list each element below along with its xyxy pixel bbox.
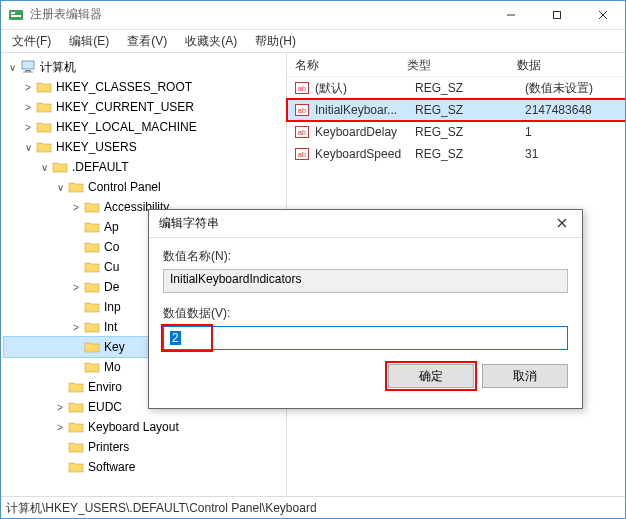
menu-favorites[interactable]: 收藏夹(A): [177, 31, 245, 52]
tree-printers[interactable]: Printers: [4, 437, 286, 457]
value-name: InitialKeyboar...: [313, 103, 407, 117]
folder-icon: [84, 200, 100, 214]
folder-icon: [36, 100, 52, 114]
list-row[interactable]: abKeyboardSpeedREG_SZ31: [287, 143, 626, 165]
expand-toggle[interactable]: >: [52, 422, 68, 433]
string-value-icon: ab: [293, 80, 311, 96]
expand-toggle[interactable]: >: [52, 402, 68, 413]
folder-icon: [68, 180, 84, 194]
folder-icon: [68, 380, 84, 394]
maximize-button[interactable]: [534, 0, 580, 29]
expand-toggle[interactable]: >: [68, 322, 84, 333]
value-data-field[interactable]: 2: [163, 326, 568, 350]
string-value-icon: ab: [293, 124, 311, 140]
expand-toggle[interactable]: ∨: [20, 142, 36, 153]
menu-edit[interactable]: 编辑(E): [61, 31, 117, 52]
expand-toggle[interactable]: >: [68, 282, 84, 293]
tree-label: Key: [104, 340, 131, 354]
status-path: 计算机\HKEY_USERS\.DEFAULT\Control Panel\Ke…: [6, 501, 317, 515]
list-row[interactable]: abKeyboardDelayREG_SZ1: [287, 121, 626, 143]
titlebar: 注册表编辑器: [0, 0, 626, 30]
tree-label: Int: [104, 320, 123, 334]
expand-toggle[interactable]: >: [20, 82, 36, 93]
tree-hkcu[interactable]: >HKEY_CURRENT_USER: [4, 97, 286, 117]
tree-label: Inp: [104, 300, 127, 314]
tree-software[interactable]: Software: [4, 457, 286, 477]
col-name[interactable]: 名称: [287, 53, 399, 76]
tree-label: .DEFAULT: [72, 160, 134, 174]
col-type[interactable]: 类型: [399, 53, 509, 76]
value-type: REG_SZ: [407, 99, 517, 121]
tree-label: Keyboard Layout: [88, 420, 185, 434]
close-button[interactable]: [580, 0, 626, 29]
list-header: 名称 类型 数据: [287, 53, 626, 77]
folder-icon: [20, 60, 36, 74]
expand-toggle[interactable]: >: [68, 202, 84, 213]
value-data-label: 数值数据(V):: [163, 305, 568, 322]
expand-toggle[interactable]: ∨: [52, 182, 68, 193]
value-data: 1: [517, 121, 626, 143]
tree-label: Printers: [88, 440, 135, 454]
folder-icon: [84, 320, 100, 334]
svg-rect-2: [11, 15, 21, 17]
tree-hkcr[interactable]: >HKEY_CLASSES_ROOT: [4, 77, 286, 97]
tree-root-computer[interactable]: ∨计算机: [4, 57, 286, 77]
svg-text:ab: ab: [298, 85, 306, 92]
tree-label: Co: [104, 240, 125, 254]
menu-view[interactable]: 查看(V): [119, 31, 175, 52]
menu-help[interactable]: 帮助(H): [247, 31, 304, 52]
value-data: (数值未设置): [517, 76, 626, 101]
tree-label: HKEY_USERS: [56, 140, 143, 154]
folder-icon: [68, 460, 84, 474]
cancel-button[interactable]: 取消: [482, 364, 568, 388]
col-data[interactable]: 数据: [509, 53, 626, 76]
menu-file[interactable]: 文件(F): [4, 31, 59, 52]
tree-label: Ap: [104, 220, 125, 234]
folder-icon: [68, 400, 84, 414]
ok-button[interactable]: 确定: [388, 364, 474, 388]
expand-toggle[interactable]: >: [20, 122, 36, 133]
folder-icon: [84, 360, 100, 374]
minimize-button[interactable]: [488, 0, 534, 29]
svg-rect-7: [22, 61, 34, 69]
tree-control-panel[interactable]: ∨Control Panel: [4, 177, 286, 197]
folder-icon: [52, 160, 68, 174]
folder-icon: [68, 420, 84, 434]
svg-text:ab: ab: [298, 107, 306, 114]
folder-icon: [68, 440, 84, 454]
folder-icon: [36, 120, 52, 134]
list-row[interactable]: abInitialKeyboar...REG_SZ2147483648: [287, 99, 626, 121]
tree-hklm[interactable]: >HKEY_LOCAL_MACHINE: [4, 117, 286, 137]
expand-toggle[interactable]: ∨: [4, 62, 20, 73]
tree-label: Mo: [104, 360, 127, 374]
value-data: 31: [517, 143, 626, 165]
tree-label: De: [104, 280, 125, 294]
value-data: 2147483648: [517, 99, 626, 121]
list-row[interactable]: ab(默认)REG_SZ(数值未设置): [287, 77, 626, 99]
dialog-title: 编辑字符串: [159, 215, 542, 232]
svg-rect-1: [11, 12, 15, 14]
svg-rect-4: [554, 11, 561, 18]
expand-toggle[interactable]: >: [20, 102, 36, 113]
value-type: REG_SZ: [407, 143, 517, 165]
app-icon: [8, 7, 24, 23]
tree-label: Cu: [104, 260, 125, 274]
tree-keyboard-layout[interactable]: >Keyboard Layout: [4, 417, 286, 437]
tree-label: EUDC: [88, 400, 128, 414]
tree-label: HKEY_CLASSES_ROOT: [56, 80, 198, 94]
tree-hku[interactable]: ∨HKEY_USERS: [4, 137, 286, 157]
folder-icon: [84, 240, 100, 254]
tree-label: Enviro: [88, 380, 128, 394]
tree-default[interactable]: ∨.DEFAULT: [4, 157, 286, 177]
window-title: 注册表编辑器: [30, 6, 488, 23]
expand-toggle[interactable]: ∨: [36, 162, 52, 173]
folder-icon: [84, 220, 100, 234]
value-name: KeyboardDelay: [313, 125, 407, 139]
value-name-label: 数值名称(N):: [163, 248, 568, 265]
tree-label: Software: [88, 460, 141, 474]
svg-text:ab: ab: [298, 151, 306, 158]
dialog-titlebar[interactable]: 编辑字符串: [149, 210, 582, 238]
string-value-icon: ab: [293, 146, 311, 162]
dialog-close-button[interactable]: [542, 216, 582, 231]
tree-label: HKEY_CURRENT_USER: [56, 100, 200, 114]
